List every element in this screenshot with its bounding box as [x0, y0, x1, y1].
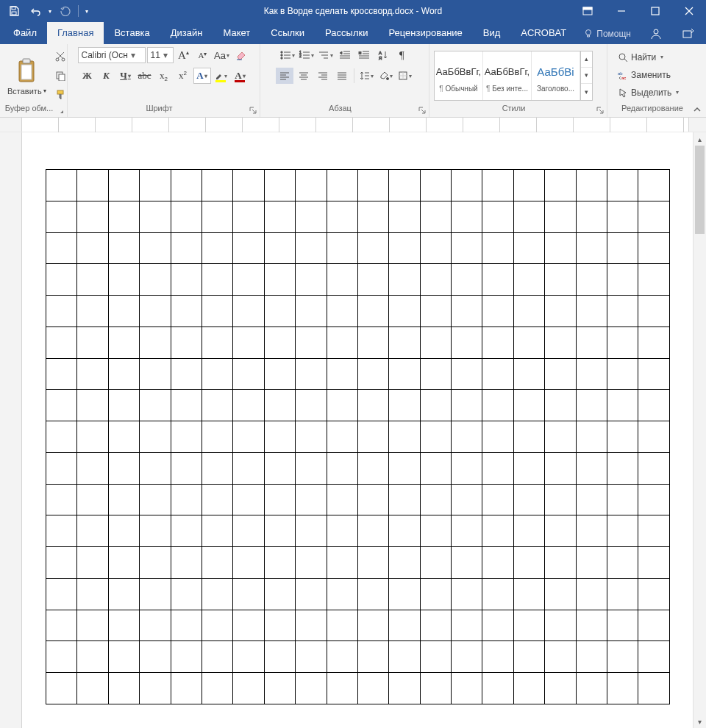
ribbon: Вставить▾ Буфер обм... Calibri (Осн▾ 11▾… — [0, 44, 706, 118]
grow-font-button[interactable]: A▴ — [175, 47, 193, 63]
clear-formatting-button[interactable] — [232, 47, 250, 63]
styles-expand[interactable]: ▾ — [581, 84, 592, 99]
font-name-combo[interactable]: Calibri (Осн▾ — [78, 47, 146, 63]
share-button[interactable] — [675, 24, 702, 44]
highlighter-icon — [215, 71, 224, 80]
clipboard-icon — [14, 56, 39, 85]
svg-rect-3 — [583, 7, 592, 10]
scroll-track[interactable] — [693, 146, 706, 715]
font-size-combo[interactable]: 11▾ — [147, 47, 174, 63]
decrease-indent-button[interactable] — [336, 47, 354, 63]
chevron-down-icon[interactable]: ▾ — [129, 50, 137, 60]
titlebar: ▾ ▾ Как в Ворде сделать кроссворд.docx -… — [0, 0, 706, 22]
copy-button[interactable] — [52, 68, 68, 83]
style-normal[interactable]: АаБбВвГг, Обычный — [435, 51, 483, 100]
chevron-down-icon[interactable]: ▾ — [162, 50, 169, 60]
ruler-right — [688, 118, 706, 132]
change-case-button[interactable]: Aa▾ — [213, 47, 231, 63]
crossword-table[interactable] — [46, 169, 670, 704]
increase-indent-button[interactable] — [355, 47, 373, 63]
paste-button[interactable]: Вставить▾ — [4, 56, 49, 96]
justify-button[interactable] — [333, 68, 351, 84]
align-left-button[interactable] — [276, 68, 293, 84]
qat-separator — [78, 5, 79, 17]
tab-insert[interactable]: Вставка — [104, 22, 160, 44]
font-launcher[interactable] — [248, 105, 258, 115]
tab-acrobat[interactable]: ACROBAT — [510, 22, 577, 44]
svg-rect-1 — [12, 12, 16, 15]
show-hide-marks-button[interactable]: ¶ — [393, 47, 411, 63]
align-center-button[interactable] — [295, 68, 313, 84]
italic-button[interactable]: К — [98, 68, 115, 84]
replace-button[interactable]: abac Заменить — [615, 67, 682, 83]
tab-references[interactable]: Ссылки — [260, 22, 315, 44]
styles-scroll-down[interactable]: ▾ — [581, 68, 592, 84]
select-button[interactable]: Выделить▾ — [615, 85, 682, 101]
style-no-spacing[interactable]: АаБбВвГг, Без инте... — [483, 51, 532, 100]
style-heading1[interactable]: АаБбВі Заголово... — [532, 51, 580, 100]
svg-rect-12 — [23, 59, 30, 63]
bullets-button[interactable]: ▾ — [279, 47, 296, 63]
group-clipboard: Вставить▾ Буфер обм... — [0, 44, 68, 117]
tab-design[interactable]: Дизайн — [160, 22, 213, 44]
replace-icon: abac — [618, 70, 628, 80]
tab-review[interactable]: Рецензирование — [378, 22, 472, 44]
maximize-button[interactable] — [638, 0, 672, 22]
subscript-button[interactable]: x2 — [155, 68, 173, 84]
scroll-thumb[interactable] — [695, 146, 705, 234]
align-right-button[interactable] — [314, 68, 332, 84]
redo-button[interactable] — [56, 1, 75, 21]
tab-layout[interactable]: Макет — [213, 22, 260, 44]
strikethrough-button[interactable]: abc — [136, 68, 154, 84]
cursor-icon — [618, 88, 628, 98]
numbering-button[interactable]: 12▾ — [298, 47, 315, 63]
account-button[interactable] — [643, 24, 669, 44]
collapse-ribbon-button[interactable] — [691, 104, 703, 115]
undo-dropdown[interactable]: ▾ — [46, 1, 54, 21]
minimize-button[interactable] — [605, 0, 638, 22]
horizontal-ruler[interactable] — [22, 118, 688, 132]
tell-me-search[interactable]: Помощн — [577, 24, 637, 44]
close-button[interactable] — [672, 0, 706, 22]
qat-customize-button[interactable]: ▾ — [82, 1, 92, 21]
styles-gallery: АаБбВвГг, Обычный АаБбВвГг, Без инте... … — [434, 51, 593, 101]
text-effects-button[interactable]: A▾ — [193, 68, 211, 84]
format-painter-button[interactable] — [52, 88, 68, 102]
styles-launcher[interactable] — [595, 105, 605, 115]
cut-button[interactable] — [52, 49, 68, 64]
vertical-ruler[interactable] — [0, 132, 22, 728]
styles-scroll-up[interactable]: ▴ — [581, 51, 592, 68]
ribbon-display-options-button[interactable] — [571, 0, 605, 22]
superscript-button[interactable]: x2 — [174, 68, 192, 84]
group-paragraph-label: Абзац — [260, 104, 429, 117]
line-spacing-button[interactable]: ▾ — [357, 68, 375, 84]
underline-button[interactable]: Ч▾ — [117, 68, 135, 84]
quick-access-toolbar: ▾ ▾ — [0, 1, 92, 21]
page[interactable] — [22, 132, 693, 728]
tab-home[interactable]: Главная — [47, 22, 104, 44]
multilevel-list-button[interactable]: ▾ — [317, 47, 335, 63]
highlight-button[interactable]: ▾ — [213, 68, 230, 84]
bold-button[interactable]: Ж — [79, 68, 96, 84]
eraser-icon — [235, 49, 247, 61]
clipboard-launcher[interactable] — [55, 105, 65, 115]
tab-file[interactable]: Файл — [3, 22, 47, 44]
font-color-button[interactable]: A▾ — [232, 68, 249, 84]
shading-button[interactable]: ▾ — [377, 68, 394, 84]
svg-point-62 — [386, 78, 388, 80]
person-icon — [650, 28, 662, 40]
scroll-up-button[interactable]: ▴ — [693, 132, 706, 146]
tab-mailings[interactable]: Рассылки — [315, 22, 378, 44]
tab-view[interactable]: Вид — [473, 22, 511, 44]
scroll-down-button[interactable]: ▾ — [693, 715, 706, 728]
find-button[interactable]: Найти▾ — [615, 49, 682, 65]
sort-button[interactable]: AЯ — [374, 47, 392, 63]
paragraph-launcher[interactable] — [417, 105, 427, 115]
save-button[interactable] — [4, 1, 24, 21]
borders-button[interactable]: ▾ — [396, 68, 413, 84]
group-styles: АаБбВвГг, Обычный АаБбВвГг, Без инте... … — [429, 44, 607, 117]
svg-point-20 — [281, 54, 282, 56]
horizontal-ruler-area — [0, 118, 706, 132]
undo-button[interactable] — [25, 1, 44, 21]
shrink-font-button[interactable]: A▾ — [194, 47, 212, 63]
